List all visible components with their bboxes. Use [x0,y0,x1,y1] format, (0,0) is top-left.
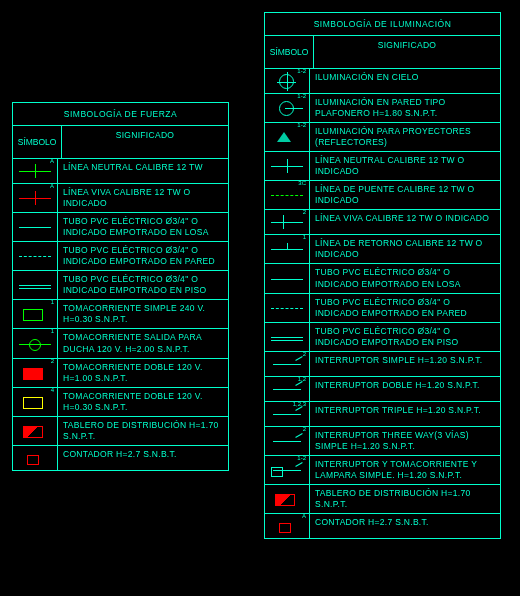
meaning-text: TUBO PVC ELÉCTRICO Ø3/4" O INDICADO EMPO… [58,271,228,299]
symbol-tag: 1 [51,328,54,334]
table-row: TUBO PVC ELÉCTRICO Ø3/4" O INDICADO EMPO… [13,213,228,242]
neutral-icon: A [13,159,58,183]
sw2-icon: 1,2 [265,377,310,401]
toma-ducha-icon: 1 [13,329,58,357]
ilum-header: SÍMBOLO SIGNIFICADO [265,36,500,69]
symbol-tag: 1-2 [297,122,306,128]
meaning-text: TOMACORRIENTE DOBLE 120 V. H=0.30 S.N.P.… [58,388,228,416]
fuerza-panel: SIMBOLOGÍA DE FUERZA SÍMBOLO SIGNIFICADO… [12,102,229,471]
symbol-tag: A [50,183,54,189]
ilum-panel: SIMBOLOGÍA DE ILUMINACIÓN SÍMBOLO SIGNIF… [264,12,501,539]
contador-icon: A [265,514,310,538]
table-row: 1-2ILUMINACIÓN EN CIELO [265,69,500,94]
meaning-text: ILUMINACIÓN PARA PROYECTORES (REFLECTORE… [310,123,500,151]
sw1-icon: 2 [265,352,310,376]
meaning-text: TUBO PVC ELÉCTRICO Ø3/4" O INDICADO EMPO… [310,323,500,351]
symbol-tag: 1 [51,299,54,305]
viva-icon: A [13,184,58,212]
meaning-text: LÍNEA VIVA CALIBRE 12 TW O INDICADO [310,210,500,234]
tablero-icon [13,417,58,445]
table-row: TABLERO DE DISTRIBUCIÓN H=1.70 S.N.P.T. [265,485,500,514]
table-row: CONTADOR H=2.7 S.N.B.T. [13,446,228,470]
hdr-symbol: SÍMBOLO [265,36,314,68]
symbol-tag: 1-2 [297,455,306,461]
meaning-text: LÍNEA NEUTRAL CALIBRE 12 TW [58,159,228,183]
tablero-icon [265,485,310,513]
toma-doble1-icon: 2 [13,359,58,387]
tubo-pared-icon [13,242,58,270]
meaning-text: TOMACORRIENTE SALIDA PARA DUCHA 120 V. H… [58,329,228,357]
meaning-text: TUBO PVC ELÉCTRICO Ø3/4" O INDICADO EMPO… [58,242,228,270]
puente-icon: 3C [265,181,310,209]
meaning-text: INTERRUPTOR TRIPLE H=1.20 S.N.P.T. [310,402,500,426]
symbol-tag: 2 [303,426,306,432]
meaning-text: TOMACORRIENTE DOBLE 120 V. H=1.00 S.N.P.… [58,359,228,387]
table-row: 4TOMACORRIENTE DOBLE 120 V. H=0.30 S.N.P… [13,388,228,417]
cielo-icon: 1-2 [265,69,310,93]
table-row: ACONTADOR H=2.7 S.N.B.T. [265,514,500,538]
table-row: 2LÍNEA VIVA CALIBRE 12 TW O INDICADO [265,210,500,235]
table-row: TUBO PVC ELÉCTRICO Ø3/4" O INDICADO EMPO… [13,271,228,300]
tubo-losa-icon [13,213,58,241]
table-row: 2TOMACORRIENTE DOBLE 120 V. H=1.00 S.N.P… [13,359,228,388]
symbol-tag: 2 [51,358,54,364]
table-row: 1-2ILUMINACIÓN PARA PROYECTORES (REFLECT… [265,123,500,152]
symbol-tag: 3C [298,180,306,186]
table-row: TUBO PVC ELÉCTRICO Ø3/4" O INDICADO EMPO… [265,264,500,293]
tubo-pared-icon [265,294,310,322]
meaning-text: INTERRUPTOR THREE WAY(3 VÍAS) SIMPLE H=1… [310,427,500,455]
symbol-tag: A [50,158,54,164]
meaning-text: CONTADOR H=2.7 S.N.B.T. [310,514,500,538]
hdr-meaning: SIGNIFICADO [62,126,228,158]
meaning-text: LÍNEA DE RETORNO CALIBRE 12 TW O INDICAD… [310,235,500,263]
symbol-tag: 1,2 [298,376,306,382]
table-row: 1-2ILUMINACIÓN EN PARED TIPO PLAFONERO H… [265,94,500,123]
proyector-icon: 1-2 [265,123,310,151]
meaning-text: LÍNEA NEUTRAL CALIBRE 12 TW O INDICADO [310,152,500,180]
retorno-icon: 1 [265,235,310,263]
table-row: 1-2INTERRUPTOR Y TOMACORRIENTE Y LAMPARA… [265,456,500,485]
meaning-text: LÍNEA DE PUENTE CALIBRE 12 TW O INDICADO [310,181,500,209]
toma1-icon: 1 [13,300,58,328]
tubo-piso-icon [265,323,310,351]
symbol-tag: 1,2,3 [293,401,306,407]
tubo-piso-icon [13,271,58,299]
table-row: 1TOMACORRIENTE SALIDA PARA DUCHA 120 V. … [13,329,228,358]
table-row: 1,2INTERRUPTOR DOBLE H=1.20 S.N.P.T. [265,377,500,402]
table-row: TABLERO DE DISTRIBUCIÓN H=1.70 S.N.P.T. [13,417,228,446]
sw3-icon: 1,2,3 [265,402,310,426]
fuerza-title: SIMBOLOGÍA DE FUERZA [13,103,228,126]
meaning-text: TABLERO DE DISTRIBUCIÓN H=1.70 S.N.P.T. [310,485,500,513]
meaning-text: CONTADOR H=2.7 S.N.B.T. [58,446,228,470]
meaning-text: ILUMINACIÓN EN PARED TIPO PLAFONERO H=1.… [310,94,500,122]
hdr-symbol: SÍMBOLO [13,126,62,158]
meaning-text: TUBO PVC ELÉCTRICO Ø3/4" O INDICADO EMPO… [58,213,228,241]
table-row: 2INTERRUPTOR THREE WAY(3 VÍAS) SIMPLE H=… [265,427,500,456]
symbol-tag: 1 [303,234,306,240]
viva-c-icon: 2 [265,210,310,234]
symbol-tag: 2 [303,351,306,357]
table-row: 1LÍNEA DE RETORNO CALIBRE 12 TW O INDICA… [265,235,500,264]
meaning-text: TUBO PVC ELÉCTRICO Ø3/4" O INDICADO EMPO… [310,294,500,322]
table-row: TUBO PVC ELÉCTRICO Ø3/4" O INDICADO EMPO… [265,294,500,323]
fuerza-header: SÍMBOLO SIGNIFICADO [13,126,228,159]
tubo-losa-icon [265,264,310,292]
ilum-title: SIMBOLOGÍA DE ILUMINACIÓN [265,13,500,36]
pared-icon: 1-2 [265,94,310,122]
neutral-c-icon [265,152,310,180]
symbol-tag: A [302,513,306,519]
table-row: 3CLÍNEA DE PUENTE CALIBRE 12 TW O INDICA… [265,181,500,210]
hdr-meaning: SIGNIFICADO [314,36,500,68]
meaning-text: ILUMINACIÓN EN CIELO [310,69,500,93]
table-row: LÍNEA NEUTRAL CALIBRE 12 TW O INDICADO [265,152,500,181]
sw-toma-icon: 1-2 [265,456,310,484]
table-row: 2INTERRUPTOR SIMPLE H=1.20 S.N.P.T. [265,352,500,377]
meaning-text: LÍNEA VIVA CALIBRE 12 TW O INDICADO [58,184,228,212]
table-row: TUBO PVC ELÉCTRICO Ø3/4" O INDICADO EMPO… [265,323,500,352]
contador-icon [13,446,58,470]
symbol-tag: 4 [51,387,54,393]
meaning-text: INTERRUPTOR DOBLE H=1.20 S.N.P.T. [310,377,500,401]
toma-doble2-icon: 4 [13,388,58,416]
sw3w-icon: 2 [265,427,310,455]
table-row: TUBO PVC ELÉCTRICO Ø3/4" O INDICADO EMPO… [13,242,228,271]
